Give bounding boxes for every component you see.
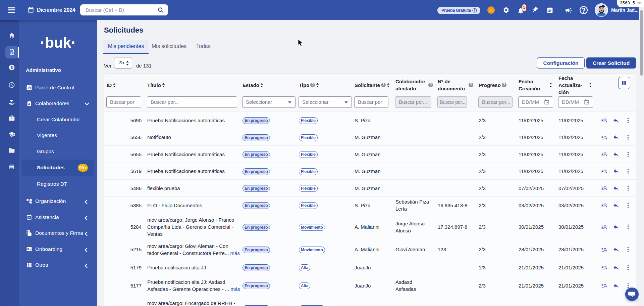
svg-text:$: $ — [11, 65, 13, 70]
